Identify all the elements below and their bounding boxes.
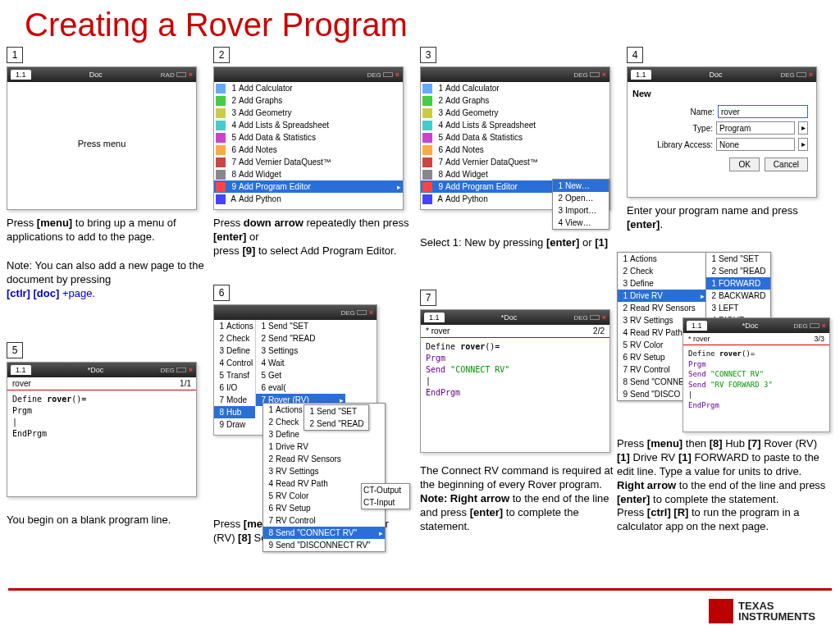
menu-item[interactable]: 3Add Geometry [214,107,403,119]
submenu-item[interactable]: 4View… [553,217,609,229]
caption-3: Select 1: New by pressing [enter] or [1] [420,236,610,250]
menu-item[interactable]: 7Add Vernier DataQuest™ [421,156,609,168]
submenu-item[interactable]: 1New… [553,180,609,192]
menu-item[interactable]: 8Add Widget [214,168,403,180]
menu-item[interactable]: 6eval( [256,381,345,394]
page-title: Creating a Rover Program [0,0,840,47]
menu-item[interactable]: 1Actions [618,253,706,265]
step-number: 2 [213,47,230,63]
ok-button[interactable]: OK [729,158,759,171]
angle-mode: RAD [161,71,175,79]
menu-item[interactable]: 5Add Data & Statistics [421,131,609,144]
menu-item[interactable]: 3LEFT [706,302,770,314]
press-menu-text: Press menu [7,82,196,205]
menu-item[interactable]: 5Get [256,369,345,381]
menu-item[interactable]: 9Draw [214,418,255,431]
step-number: 4 [627,47,643,63]
name-input[interactable] [718,105,808,118]
menu-item[interactable]: 2Read RV Sensors [618,302,706,314]
menu-item[interactable]: 2Add Graphs [421,94,609,107]
menu-item[interactable]: 7RV Control [263,514,385,527]
ti-logo: TEXASINSTRUMENTS [709,599,815,623]
menu-item[interactable]: 7Add Vernier DataQuest™ [214,156,403,168]
screenshot-1: 1.1 Doc RAD × Press menu [7,66,197,210]
menu-item[interactable]: 9Add Program Editor▸ [214,180,403,193]
menu-item[interactable]: AAdd Python [214,193,403,205]
screenshot-5: 1.1*DocDEG× rover1/1 Define rover()= Prg… [7,362,197,497]
step-number: 1 [7,47,23,63]
menu-item[interactable]: 2Check [214,332,255,345]
menu-item[interactable]: 4Add Lists & Spreadsheet [421,119,609,131]
name-label: Name: [691,107,714,116]
menu-item[interactable]: 8Hub [214,406,255,418]
caption-7: The Connect RV command is required at th… [420,464,617,533]
step-number: 3 [420,47,436,63]
lib-select[interactable]: None [716,138,795,151]
screenshot-3: DEG× 1Add Calculator2Add Graphs3Add Geom… [420,66,610,210]
menu-item[interactable]: 3Add Geometry [421,107,609,119]
cancel-button[interactable]: Cancel [765,158,808,171]
menu-item[interactable]: 1Drive RV [263,441,385,453]
close-icon: × [189,71,193,79]
lib-label: Library Access: [657,140,713,149]
menu-item[interactable]: 1Send "SET [256,320,345,332]
caption-2: Press down arrow repeatedly then press [… [213,217,410,258]
type-select[interactable]: Program [716,121,795,135]
menu-item[interactable]: 3Settings [256,345,345,357]
menu-item[interactable]: 4Wait [256,357,345,369]
menu-item[interactable]: 6Add Notes [421,144,609,156]
ti-chip-icon [709,599,733,623]
step-number: 6 [213,285,230,301]
menu-item[interactable]: 4Add Lists & Spreadsheet [214,119,403,131]
screenshot-7: 1.1*DocDEG× * rover2/2 Define rover()= P… [420,309,610,453]
menu-item[interactable]: 3Define [618,277,706,290]
caption-4: Enter your program name and press [enter… [627,204,824,232]
menu-item[interactable]: 2Check [618,265,706,277]
battery-icon [176,72,186,77]
step-number: 7 [420,290,436,306]
menu-item[interactable]: 2Add Graphs [214,94,403,107]
menu-item[interactable]: 8Send "CONNECT RV"▸ [263,527,385,539]
note-1: Note: You can also add a new page to the… [7,259,212,301]
submenu-item[interactable]: 2Open… [553,192,609,204]
screenshot-4: 1.1DocDEG× New Name: Type:Program▸ Libra… [627,66,817,198]
menu-item[interactable]: 2Send "READ [706,265,770,277]
dialog-title: New [632,89,651,98]
menu-item[interactable]: 1Actions [214,320,255,332]
menu-item[interactable]: 1FORWARD [706,277,770,290]
menu-item[interactable]: 1Add Calculator [214,82,403,94]
menu-item[interactable]: 3RV Settings [263,465,385,477]
doc-title: Doc [31,71,161,79]
menu-item[interactable]: 1Send "SET [706,253,770,265]
doc-tab: 1.1 [11,70,31,80]
menu-item[interactable]: 5Transf [214,369,255,381]
step-number: 5 [7,342,23,358]
menu-item[interactable]: 7Mode [214,394,255,406]
footer-rule [8,588,832,591]
submenu-item[interactable]: 3Import… [553,204,609,217]
menu-item[interactable]: 2Read RV Sensors [263,453,385,465]
menu-item[interactable]: 5Add Data & Statistics [214,131,403,144]
menu-item[interactable]: 1Drive RV▸ [618,290,706,302]
menu-item[interactable]: 6I/O [214,381,255,394]
menu-item[interactable]: 9Send "DISCONNECT RV" [263,539,385,551]
caption-1: Press [menu] to bring up a menu of appli… [7,217,203,244]
menu-item[interactable]: 1Add Calculator [421,82,609,94]
menu-item[interactable]: 2Send "READ [256,332,345,345]
screenshot-2: DEG× 1Add Calculator2Add Graphs3Add Geom… [213,66,404,210]
menu-item[interactable]: 4Control [214,357,255,369]
menu-item[interactable]: 6Add Notes [214,144,403,156]
caption-5: You begin on a blank program line. [7,514,197,527]
caption-8: Press [menu] then [8] Hub [7] Rover (RV)… [617,437,829,534]
menu-item[interactable]: 2BACKWARD [706,290,770,302]
type-label: Type: [693,124,713,133]
menu-item[interactable]: 3Define [214,345,255,357]
